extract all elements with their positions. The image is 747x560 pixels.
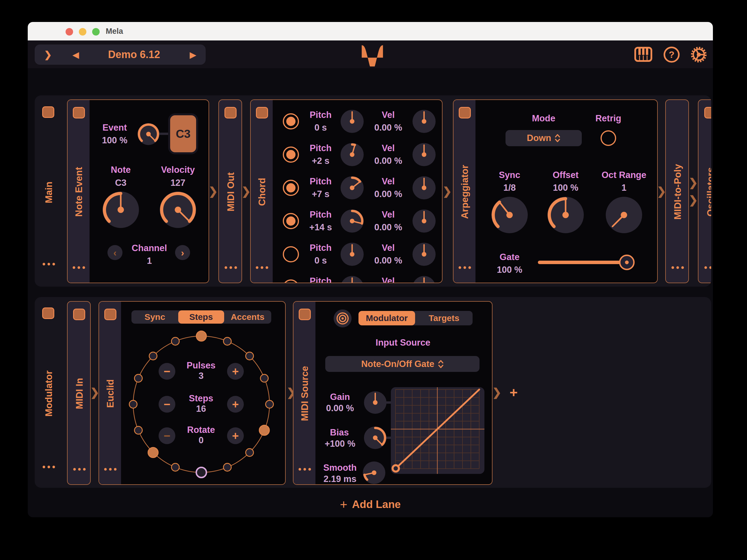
velocity-knob[interactable] — [160, 192, 196, 229]
pitch-knob[interactable] — [340, 276, 364, 283]
tab-accents[interactable]: Accents — [231, 312, 265, 322]
midi-in-enable-toggle[interactable] — [73, 309, 85, 320]
midi-source-menu[interactable] — [299, 468, 311, 471]
modulator-curve-graph[interactable] — [391, 387, 484, 474]
gate-slider-thumb[interactable] — [619, 255, 635, 270]
add-lane-button[interactable]: + Add Lane — [340, 497, 401, 512]
pitch-value: 0 s — [314, 123, 327, 133]
steps-decrement-button[interactable]: − — [159, 396, 175, 413]
voice-enable-radio[interactable] — [283, 147, 299, 163]
main-lane-enable-toggle[interactable] — [42, 106, 54, 118]
minimize-window-button[interactable] — [79, 28, 86, 35]
midi-out-menu[interactable] — [225, 266, 237, 269]
pitch-knob[interactable] — [340, 243, 364, 267]
offset-knob[interactable] — [547, 197, 584, 234]
vel-knob[interactable] — [412, 243, 436, 267]
preset-menu-icon[interactable]: ❯ — [44, 49, 52, 60]
arpeggiator-enable-toggle[interactable] — [459, 107, 471, 119]
oscillators-enable-toggle[interactable] — [704, 107, 711, 119]
gain-value: 0.00 % — [326, 403, 354, 413]
midi-to-poly-menu[interactable] — [672, 266, 684, 269]
tab-targets[interactable]: Targets — [429, 313, 459, 323]
add-module-button[interactable]: + — [510, 385, 518, 401]
euclid-step[interactable] — [134, 374, 143, 383]
zoom-window-button[interactable] — [92, 28, 100, 35]
sync-knob[interactable] — [491, 197, 528, 234]
main-lane-menu[interactable] — [43, 263, 55, 265]
euclid-step[interactable] — [171, 463, 180, 472]
next-preset-button[interactable]: ▶ — [189, 50, 196, 60]
velocity-value: 127 — [171, 178, 185, 188]
channel-increment-button[interactable]: › — [175, 245, 190, 260]
tab-sync[interactable]: Sync — [145, 312, 165, 322]
midi-in-menu[interactable] — [73, 468, 86, 471]
voice-enable-radio[interactable] — [283, 113, 299, 129]
voice-enable-radio[interactable] — [283, 279, 299, 283]
pitch-knob[interactable] — [340, 209, 364, 234]
modulator-lane-menu[interactable] — [43, 466, 55, 468]
voice-enable-radio[interactable] — [283, 213, 299, 229]
euclid-step[interactable] — [260, 374, 268, 383]
midi-out-enable-toggle[interactable] — [225, 107, 237, 119]
oscillators-menu[interactable] — [704, 266, 712, 269]
rotate-decrement-button[interactable]: − — [159, 427, 175, 444]
smooth-knob[interactable] — [363, 461, 385, 485]
module-midi-in[interactable]: MIDI In — [67, 301, 91, 485]
pitch-knob[interactable] — [340, 110, 364, 134]
tab-modulator[interactable]: Modulator — [366, 313, 408, 323]
euclid-step[interactable] — [196, 331, 207, 341]
pulses-increment-button[interactable]: + — [227, 363, 244, 380]
arpeggiator-menu[interactable] — [459, 266, 471, 269]
euclid-menu[interactable] — [104, 468, 117, 471]
pitch-label: Pitch — [310, 143, 332, 153]
channel-decrement-button[interactable]: ‹ — [107, 245, 123, 260]
module-oscillators[interactable]: Oscillators — [698, 99, 711, 283]
event-probability-knob[interactable] — [137, 123, 159, 146]
euclid-step[interactable] — [245, 352, 254, 360]
euclid-step[interactable] — [171, 337, 180, 346]
gain-knob[interactable] — [364, 391, 386, 415]
vel-knob[interactable] — [412, 143, 436, 167]
keyboard-icon[interactable] — [634, 47, 652, 62]
note-event-enable-toggle[interactable] — [73, 107, 85, 119]
euclid-step[interactable] — [148, 447, 159, 458]
vel-knob[interactable] — [412, 176, 436, 201]
modulator-lane-enable-toggle[interactable] — [42, 307, 54, 319]
input-source-dropdown[interactable]: Note-On/Off Gate — [325, 356, 480, 372]
midi-source-enable-toggle[interactable] — [299, 309, 311, 320]
channel-label: Channel — [132, 243, 167, 253]
vel-label: Vel — [382, 209, 395, 220]
tab-steps[interactable]: Steps — [189, 312, 213, 322]
bias-knob[interactable] — [364, 427, 386, 450]
pulses-decrement-button[interactable]: − — [159, 363, 175, 380]
voice-enable-radio[interactable] — [283, 246, 299, 262]
voice-enable-radio[interactable] — [283, 180, 299, 196]
modulation-target-icon[interactable] — [334, 309, 352, 327]
vel-knob[interactable] — [412, 209, 436, 234]
steps-increment-button[interactable]: + — [227, 396, 244, 413]
help-icon[interactable]: ? — [663, 46, 680, 63]
note-knob[interactable] — [103, 192, 139, 229]
oct-range-knob[interactable] — [606, 197, 642, 234]
euclid-step[interactable] — [245, 448, 254, 457]
euclid-step[interactable] — [265, 400, 274, 409]
module-midi-to-poly[interactable]: MIDI-to-Poly — [665, 99, 689, 283]
preset-name[interactable]: Demo 6.12 — [108, 49, 160, 61]
vel-knob[interactable] — [412, 276, 436, 283]
euclid-enable-toggle[interactable] — [104, 309, 117, 320]
pitch-knob[interactable] — [340, 143, 364, 167]
prev-preset-button[interactable]: ◀ — [72, 50, 79, 60]
euclid-playhead-step[interactable] — [196, 467, 207, 478]
settings-icon[interactable] — [690, 46, 708, 63]
gate-slider-track[interactable] — [538, 261, 629, 264]
note-event-menu[interactable] — [73, 266, 85, 269]
close-window-button[interactable] — [66, 28, 73, 35]
euclid-step[interactable] — [129, 400, 137, 409]
pitch-knob[interactable] — [340, 176, 364, 201]
retrig-toggle[interactable] — [600, 130, 616, 146]
mode-dropdown[interactable]: Down — [506, 130, 582, 146]
note-pad-button[interactable]: C3 — [168, 113, 198, 154]
rotate-increment-button[interactable]: + — [227, 427, 244, 444]
module-midi-out[interactable]: MIDI Out — [218, 99, 242, 283]
vel-knob[interactable] — [412, 110, 436, 134]
